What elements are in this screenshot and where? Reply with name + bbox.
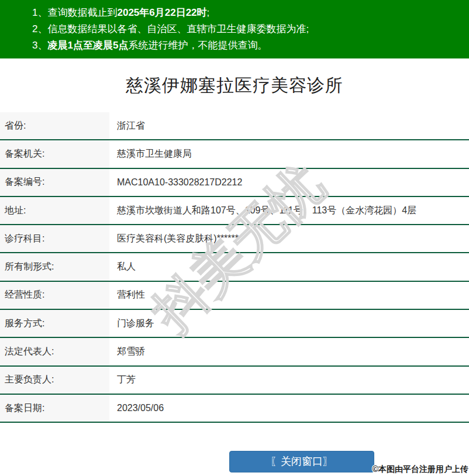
row-value: 门诊服务 [109, 310, 469, 337]
row-value: 慈溪市卫生健康局 [109, 140, 469, 167]
notice-line-3: 3、凌晨1点至凌晨5点系统进行维护，不能提供查询。 [32, 37, 463, 54]
row-label: 备案机关: [0, 140, 109, 167]
upload-stamp: ©本图由平台注册用户上传 [373, 464, 468, 475]
notice-1-bold: 2025年6月22日22时 [117, 7, 206, 18]
row-label: 主要负责人: [0, 367, 109, 394]
row-value: MAC10A10-333028217D2212 [109, 169, 469, 196]
row-label: 省份: [0, 112, 109, 139]
row-value: 2023/05/06 [109, 395, 469, 422]
table-row-filing-authority: 备案机关: 慈溪市卫生健康局 [0, 140, 469, 168]
table-row-address: 地址: 慈溪市坎墩街道人和路107号、109号、111号、113号（金水湾花园）… [0, 197, 469, 225]
page-title: 慈溪伊娜塞拉医疗美容诊所 [126, 74, 343, 98]
notice-3-suffix: 系统进行维护，不能提供查询。 [128, 40, 267, 51]
row-label: 所有制形式: [0, 253, 109, 280]
table-row-legal-representative: 法定代表人: 郑雪骄 [0, 338, 469, 366]
table-row-main-person-in-charge: 主要负责人: 丁芳 [0, 367, 469, 395]
row-label: 备案编号: [0, 169, 109, 196]
row-label: 备案日期: [0, 395, 109, 422]
table-row-ownership-form: 所有制形式: 私人 [0, 253, 469, 281]
notice-line-2: 2、信息数据结果以各省、自治区、直辖市卫生健康委数据为准; [32, 21, 463, 37]
table-row-filing-number: 备案编号: MAC10A10-333028217D2212 [0, 169, 469, 197]
row-value: 私人 [109, 253, 469, 280]
notice-3-bold: 凌晨1点至凌晨5点 [47, 40, 128, 51]
row-label: 经营性质: [0, 282, 109, 309]
row-value: 丁芳 [109, 367, 469, 394]
notice-bar: 1、查询数据截止到2025年6月22日22时; 2、信息数据结果以各省、自治区、… [0, 0, 469, 58]
table-row-province: 省份: 浙江省 [0, 112, 469, 140]
notice-1-suffix: ; [207, 7, 210, 18]
notice-1-text: 1、查询数据截止到 [32, 7, 117, 18]
row-value: 郑雪骄 [109, 338, 469, 365]
notice-2-text: 2、信息数据结果以各省、自治区、直辖市卫生健康委数据为准; [32, 23, 309, 35]
row-value: 医疗美容科(美容皮肤科)****** [109, 225, 469, 252]
records-table: 省份: 浙江省 备案机关: 慈溪市卫生健康局 备案编号: MAC10A10-33… [0, 112, 469, 423]
row-label: 服务方式: [0, 310, 109, 337]
title-wrap: 慈溪伊娜塞拉医疗美容诊所 [0, 58, 469, 112]
table-row-service-mode: 服务方式: 门诊服务 [0, 310, 469, 338]
row-label: 地址: [0, 197, 109, 224]
table-row-business-nature: 经营性质: 营利性 [0, 282, 469, 310]
table-row-treatment-subjects: 诊疗科目: 医疗美容科(美容皮肤科)****** [0, 225, 469, 253]
row-label: 诊疗科目: [0, 225, 109, 252]
row-value: 浙江省 [109, 112, 469, 139]
notice-3-text: 3、 [32, 40, 47, 51]
notice-line-1: 1、查询数据截止到2025年6月22日22时; [32, 5, 463, 21]
row-value: 营利性 [109, 282, 469, 309]
row-label: 法定代表人: [0, 338, 109, 365]
table-row-filing-date: 备案日期: 2023/05/06 [0, 395, 469, 423]
row-value: 慈溪市坎墩街道人和路107号、109号、111号、113号（金水湾花园）4层 [109, 197, 469, 224]
close-window-button[interactable]: 〖关闭窗口〗 [229, 451, 374, 472]
